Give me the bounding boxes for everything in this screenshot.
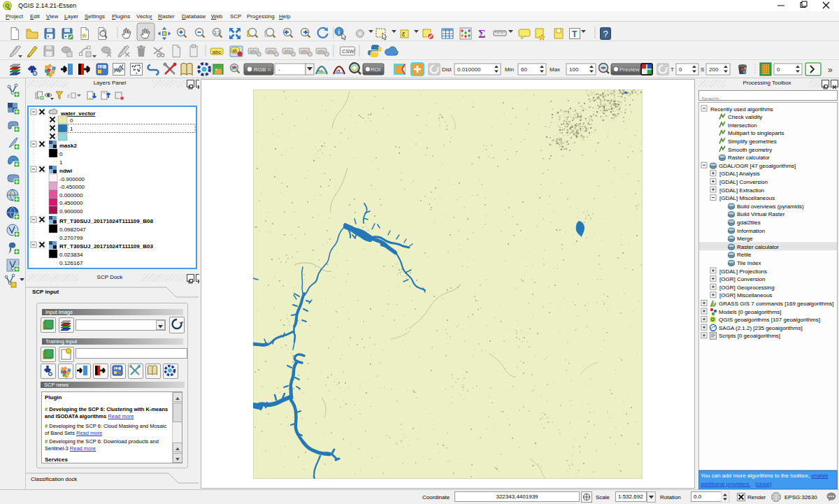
svg-text:abc: abc bbox=[213, 49, 222, 55]
svg-text:0: 0 bbox=[679, 66, 682, 73]
svg-text:200: 200 bbox=[709, 66, 719, 73]
svg-text:Smooth geometry: Smooth geometry bbox=[728, 147, 772, 153]
svg-text:1: 1 bbox=[70, 126, 73, 132]
svg-text:Recently used algorithms: Recently used algorithms bbox=[710, 106, 773, 113]
svg-text:60: 60 bbox=[521, 66, 527, 73]
svg-text:1:1: 1:1 bbox=[214, 30, 220, 35]
svg-text:0: 0 bbox=[777, 66, 780, 73]
svg-text:Check validity: Check validity bbox=[728, 114, 762, 120]
svg-text:1:2: 1:2 bbox=[115, 367, 120, 370]
svg-text:abc: abc bbox=[301, 49, 309, 54]
svg-text:Preview: Preview bbox=[619, 66, 640, 73]
svg-text:RT_T30SUJ_20171024T111109_B03: RT_T30SUJ_20171024T111109_B03 bbox=[59, 243, 153, 250]
svg-text:0: 0 bbox=[70, 117, 73, 124]
svg-text:Σ: Σ bbox=[478, 28, 485, 40]
svg-text:water_vector: water_vector bbox=[60, 110, 95, 117]
svg-text:0: 0 bbox=[59, 151, 63, 157]
svg-text:mask2: mask2 bbox=[59, 143, 77, 149]
svg-text:Build overviews (pyramids): Build overviews (pyramids) bbox=[737, 203, 804, 210]
svg-text:?: ? bbox=[603, 29, 608, 39]
svg-text:GRASS GIS 7 commands [169 geoa: GRASS GIS 7 commands [169 geoalgorithms] bbox=[719, 301, 834, 307]
svg-text:1:2: 1:2 bbox=[99, 65, 103, 69]
svg-text:[GDAL] Analysis: [GDAL] Analysis bbox=[719, 171, 760, 177]
svg-text:Max: Max bbox=[550, 66, 560, 73]
svg-text:[GDAL] Extraction: [GDAL] Extraction bbox=[719, 187, 764, 194]
svg-text:abc: abc bbox=[267, 49, 275, 54]
svg-text:Simplify geometries: Simplify geometries bbox=[728, 138, 777, 145]
svg-text:CSW: CSW bbox=[342, 48, 354, 55]
svg-text:GDAL/OGR [47 geoalgorithms]: GDAL/OGR [47 geoalgorithms] bbox=[719, 163, 796, 169]
svg-text:Tile Index: Tile Index bbox=[737, 260, 761, 266]
svg-text:0.000000: 0.000000 bbox=[59, 192, 83, 199]
svg-text:abc: abc bbox=[317, 49, 326, 54]
svg-text:Information: Information bbox=[737, 228, 765, 234]
svg-text:abc: abc bbox=[250, 49, 258, 54]
svg-text:0.270799: 0.270799 bbox=[59, 235, 83, 241]
svg-text:ndwi: ndwi bbox=[59, 168, 72, 174]
svg-text:ε: ε bbox=[402, 30, 406, 38]
svg-text:[OGR] Conversion: [OGR] Conversion bbox=[719, 276, 765, 282]
svg-text:RGB =: RGB = bbox=[254, 66, 271, 73]
svg-text:-0.900000: -0.900000 bbox=[59, 176, 85, 182]
svg-text:0.126167: 0.126167 bbox=[59, 260, 83, 266]
svg-text:[GDAL] Conversion: [GDAL] Conversion bbox=[719, 179, 768, 185]
svg-text:Merge: Merge bbox=[737, 236, 753, 242]
svg-text:Raster calculator: Raster calculator bbox=[737, 244, 779, 250]
svg-text:Min: Min bbox=[505, 66, 514, 73]
svg-text:[GDAL] Miscellaneous: [GDAL] Miscellaneous bbox=[719, 195, 775, 201]
svg-text:SAGA (2.1.2) [235 geoalgorithm: SAGA (2.1.2) [235 geoalgorithms] bbox=[719, 325, 803, 331]
svg-text:RT_T30SUJ_20171024T111109_B08: RT_T30SUJ_20171024T111109_B08 bbox=[59, 218, 153, 224]
svg-text:abc: abc bbox=[284, 49, 292, 54]
svg-text:0.023834: 0.023834 bbox=[59, 252, 83, 258]
svg-text:[GDAL] Projections: [GDAL] Projections bbox=[719, 268, 767, 275]
svg-text:-0.450000: -0.450000 bbox=[59, 184, 85, 190]
svg-text:Scripts [0 geoalgorithms]: Scripts [0 geoalgorithms] bbox=[719, 333, 780, 339]
svg-text:0.900000: 0.900000 bbox=[59, 208, 83, 215]
svg-text:Models [0 geoalgorithms]: Models [0 geoalgorithms] bbox=[719, 309, 781, 315]
svg-text:Dist: Dist bbox=[442, 66, 452, 73]
svg-text:0.010000: 0.010000 bbox=[457, 66, 481, 73]
svg-text:0.0982047: 0.0982047 bbox=[59, 226, 86, 233]
svg-text:i: i bbox=[338, 29, 340, 36]
svg-text:1: 1 bbox=[59, 159, 63, 166]
svg-text:QGIS geoalgorithms [107 geoalg: QGIS geoalgorithms [107 geoalgorithms] bbox=[719, 317, 820, 323]
svg-text:S: S bbox=[701, 66, 704, 73]
svg-text:-: - bbox=[278, 66, 280, 73]
svg-text:Build Virtual Raster: Build Virtual Raster bbox=[737, 211, 785, 217]
svg-text:Intersection: Intersection bbox=[728, 122, 756, 129]
svg-text:ROI: ROI bbox=[371, 66, 380, 73]
svg-text:T: T bbox=[671, 66, 674, 73]
svg-text:»: » bbox=[828, 65, 833, 75]
svg-text:ab: ab bbox=[232, 48, 238, 53]
svg-text:Retile: Retile bbox=[737, 252, 752, 258]
svg-text:100: 100 bbox=[569, 66, 579, 73]
svg-text:+: + bbox=[215, 67, 217, 72]
svg-text:Multipart to singleparts: Multipart to singleparts bbox=[728, 130, 784, 136]
svg-text:[OGR] Geoprocessing: [OGR] Geoprocessing bbox=[719, 285, 775, 291]
svg-text:0.450000: 0.450000 bbox=[59, 200, 83, 206]
svg-text:[OGR] Miscellaneous: [OGR] Miscellaneous bbox=[719, 292, 773, 298]
svg-text:Raster calculator: Raster calculator bbox=[728, 154, 770, 161]
svg-text:T: T bbox=[572, 29, 578, 39]
svg-text:gdal2tiles: gdal2tiles bbox=[737, 219, 761, 226]
